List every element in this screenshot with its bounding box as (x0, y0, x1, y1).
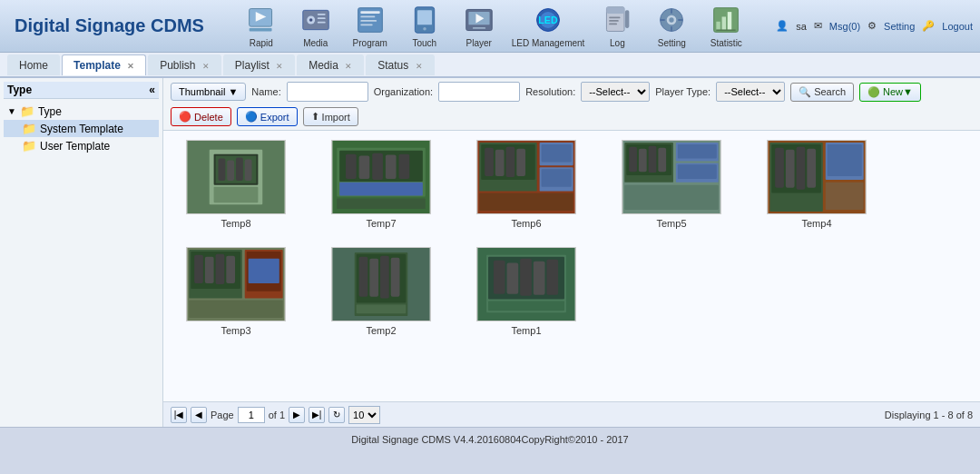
tab-publish-close[interactable]: ✕ (202, 62, 210, 71)
svg-rect-57 (386, 155, 397, 179)
tab-playlist[interactable]: Playlist ✕ (223, 54, 295, 75)
import-btn[interactable]: ⬆ Import (303, 107, 358, 126)
rapid-label: Rapid (250, 38, 273, 48)
svg-rect-26 (625, 10, 629, 28)
toolbar: Thumbnail ▼ Name: Organization: Resoluti… (163, 78, 980, 131)
svg-rect-49 (245, 159, 252, 180)
page-input[interactable] (238, 407, 265, 423)
svg-rect-105 (189, 301, 282, 319)
tab-playlist-close[interactable]: ✕ (276, 62, 283, 71)
last-page-btn[interactable]: ▶| (309, 407, 325, 423)
nav-log[interactable]: Log (595, 4, 639, 48)
first-page-btn[interactable]: |◀ (171, 407, 187, 423)
svg-rect-77 (639, 149, 647, 172)
template-item-temp7[interactable]: Temp7 (327, 140, 436, 229)
svg-rect-72 (479, 193, 573, 212)
page-label: Page (211, 410, 234, 420)
svg-rect-60 (337, 198, 426, 209)
svg-rect-64 (485, 148, 494, 176)
template-item-temp6[interactable]: Temp6 (472, 140, 581, 229)
export-btn[interactable]: 🔵 Export (237, 107, 298, 126)
tab-home[interactable]: Home (7, 54, 60, 75)
tab-status-close[interactable]: ✕ (416, 62, 423, 71)
template-name-temp3: Temp3 (220, 325, 250, 336)
svg-rect-27 (609, 16, 620, 18)
name-label: Name: (251, 86, 280, 97)
svg-point-16 (423, 27, 426, 31)
template-item-temp2[interactable]: Temp2 (327, 247, 436, 336)
status-bar: Digital Signage CDMS V4.4.20160804CopyRi… (0, 427, 980, 450)
delete-btn[interactable]: 🔴 Delete (171, 107, 231, 126)
user-template-label: User Template (40, 140, 110, 153)
setting-link[interactable]: Setting (884, 21, 915, 32)
tree-type-label: Type (38, 105, 62, 118)
svg-rect-122 (488, 301, 564, 311)
svg-rect-40 (728, 12, 731, 30)
svg-rect-89 (786, 150, 795, 188)
collapse-btn[interactable]: « (149, 84, 155, 96)
resolution-select[interactable]: --Select-- (581, 82, 650, 102)
nav-rapid[interactable]: Rapid (240, 4, 283, 48)
total-pages: of 1 (269, 410, 285, 420)
template-name-temp6: Temp6 (511, 218, 541, 229)
left-panel-header: Type « (4, 82, 159, 99)
next-page-btn[interactable]: ▶ (289, 407, 305, 423)
player-type-select[interactable]: --Select-- (716, 82, 785, 102)
svg-rect-78 (649, 146, 657, 173)
svg-rect-109 (359, 257, 368, 297)
template-name-temp7: Temp7 (366, 218, 396, 229)
template-name-temp5: Temp5 (656, 218, 686, 229)
status-text: Digital Signage CDMS V4.4.20160804CopyRi… (351, 434, 628, 445)
logout-link[interactable]: Logout (942, 21, 973, 32)
view-thumbnail-btn[interactable]: Thumbnail ▼ (171, 83, 246, 101)
prev-page-btn[interactable]: ◀ (191, 407, 207, 423)
template-item-temp3[interactable]: Temp3 (181, 247, 290, 336)
nav-led[interactable]: LED LED Management (512, 4, 585, 48)
svg-rect-94 (826, 183, 864, 210)
org-input[interactable] (438, 82, 520, 102)
template-thumb-temp1 (476, 247, 576, 321)
template-thumb-temp2 (331, 247, 431, 321)
template-item-temp4[interactable]: Temp4 (762, 140, 871, 229)
svg-rect-2 (249, 28, 271, 32)
tab-media-close[interactable]: ✕ (345, 62, 352, 71)
new-btn[interactable]: 🟢 New▼ (859, 83, 921, 102)
tree-type-root[interactable]: ▼ 📁 Type (4, 103, 159, 120)
search-btn[interactable]: 🔍 Search (790, 83, 854, 102)
tree-user-template[interactable]: 📁 User Template (4, 137, 159, 154)
svg-rect-66 (506, 147, 515, 177)
per-page-select[interactable]: 10 20 50 (348, 406, 380, 424)
svg-rect-121 (546, 260, 558, 295)
template-item-temp1[interactable]: Temp1 (472, 247, 581, 336)
refresh-btn[interactable]: ↻ (328, 407, 345, 423)
nav-media[interactable]: Media (294, 4, 338, 48)
svg-rect-10 (360, 11, 379, 14)
msg-link[interactable]: Msg(0) (829, 21, 860, 32)
nav-program[interactable]: Program (348, 4, 392, 48)
content-area: Thumbnail ▼ Name: Organization: Resoluti… (163, 78, 980, 427)
svg-rect-8 (318, 22, 326, 24)
nav-touch[interactable]: Touch (403, 4, 446, 48)
svg-rect-54 (346, 154, 357, 179)
tab-media[interactable]: Media ✕ (297, 54, 364, 75)
tab-template-close[interactable]: ✕ (127, 62, 134, 71)
tab-status[interactable]: Status ✕ (366, 54, 434, 75)
tab-template[interactable]: Template ✕ (62, 54, 146, 75)
template-name-temp1: Temp1 (511, 325, 541, 336)
template-item-temp5[interactable]: Temp5 (617, 140, 726, 229)
svg-rect-3 (303, 10, 328, 29)
nav-player[interactable]: Player (457, 4, 501, 48)
template-thumb-temp4 (767, 140, 867, 214)
tree-system-template[interactable]: 📁 System Template (4, 120, 159, 137)
template-thumb-temp7 (331, 140, 431, 214)
svg-rect-65 (495, 150, 505, 176)
name-input[interactable] (287, 82, 368, 102)
template-item-temp8[interactable]: Temp8 (181, 140, 290, 229)
nav-statistic[interactable]: Statistic (704, 4, 748, 48)
svg-rect-69 (542, 144, 572, 163)
nav-setting[interactable]: Setting (650, 4, 693, 48)
tab-publish[interactable]: Publish ✕ (148, 54, 221, 75)
tab-bar: Home Template ✕ Publish ✕ Playlist ✕ Med… (0, 53, 980, 78)
svg-rect-113 (357, 304, 407, 313)
svg-point-5 (309, 18, 313, 22)
